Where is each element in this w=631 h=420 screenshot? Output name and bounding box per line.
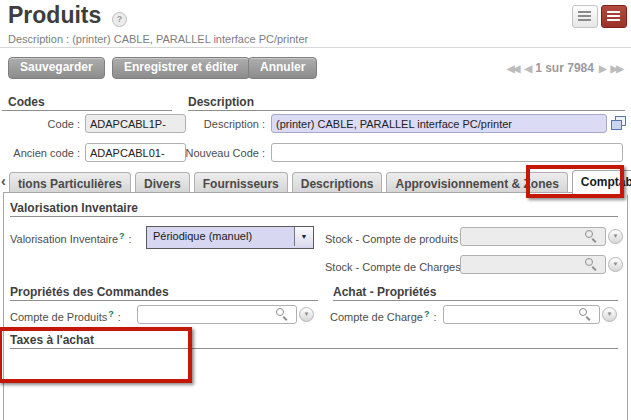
save-button[interactable]: Sauvegarder — [8, 57, 105, 79]
section-divider — [2, 110, 172, 111]
section-divider — [10, 216, 618, 217]
section-divider — [10, 300, 318, 301]
new-code-label: Nouveau Code : — [178, 147, 265, 159]
new-code-field[interactable] — [271, 143, 623, 162]
form-icon — [607, 11, 620, 21]
section-title-codes: Codes — [8, 95, 45, 109]
expense-account-field[interactable] — [443, 305, 600, 324]
product-form-window: Produits ? Description : (printer) CABLE… — [0, 0, 631, 420]
stock-income-label: Stock - Compte de produits? : — [325, 231, 455, 245]
valuation-label: Valorisation Inventaire? : — [10, 231, 142, 245]
old-code-label: Ancien code : — [8, 147, 80, 159]
search-icon[interactable] — [579, 308, 590, 319]
section-divider — [333, 300, 618, 301]
income-account-field[interactable] — [137, 305, 297, 324]
section-divider — [10, 348, 618, 349]
help-marker-icon: ? — [108, 309, 114, 319]
section-title-proprietes-commandes: Propriétés des Commandes — [10, 285, 169, 299]
section-title-taxes-achat: Taxes à l'achat — [10, 333, 94, 347]
label-colon: : — [434, 311, 437, 323]
help-marker-icon: ? — [424, 309, 430, 319]
pager-first-icon[interactable]: ◀◀ — [507, 63, 518, 74]
code-field[interactable] — [85, 114, 186, 133]
section-title-valorisation: Valorisation Inventaire — [10, 201, 138, 215]
header-divider — [0, 47, 631, 48]
dropdown-circle-icon[interactable]: ▼ — [608, 257, 623, 272]
expense-account-label: Compte de Charge? : — [330, 309, 436, 323]
description-field[interactable] — [271, 114, 607, 133]
dropdown-circle-icon[interactable]: ▼ — [299, 307, 314, 322]
dropdown-circle-icon[interactable]: ▼ — [608, 229, 623, 244]
record-pager: ◀◀◀1 sur 7984▶▶▶ — [504, 61, 625, 75]
translate-icon[interactable] — [611, 116, 627, 131]
valuation-select-value: Périodique (manuel) — [153, 230, 252, 242]
pager-next-icon[interactable]: ▶ — [599, 63, 605, 74]
label-colon: : — [118, 311, 121, 323]
stock-expense-label-text: Stock - Compte de Charges — [325, 261, 461, 273]
pager-label: 1 sur 7984 — [535, 61, 594, 75]
income-account-label-text: Compte de Produits — [10, 311, 107, 323]
save-and-edit-button[interactable]: Enregistrer et éditer — [112, 57, 250, 79]
pager-prev-icon[interactable]: ◀ — [524, 63, 530, 74]
income-account-label: Compte de Produits? : — [10, 309, 132, 323]
section-divider — [188, 110, 625, 111]
valuation-label-text: Valorisation Inventaire — [10, 233, 118, 245]
code-label: Code : — [8, 118, 80, 130]
tabs-scroll-left-icon[interactable]: ‹ — [1, 172, 6, 189]
view-switcher — [572, 5, 627, 28]
label-colon: : — [129, 233, 132, 245]
valuation-select[interactable]: Périodique (manuel) ▼ — [146, 226, 314, 249]
section-title-achat-proprietes: Achat - Propriétés — [333, 285, 436, 299]
stock-income-label-text: Stock - Compte de produits — [325, 233, 458, 245]
search-icon[interactable] — [585, 258, 596, 269]
cancel-button[interactable]: Annuler — [248, 57, 317, 79]
tab-comptabilite[interactable]: Comptabilité — [572, 170, 631, 195]
old-code-field[interactable] — [85, 143, 186, 162]
description-label: Description : — [178, 118, 265, 130]
page-title: Produits — [8, 2, 101, 29]
form-view-button[interactable] — [601, 5, 627, 28]
stock-expense-label: Stock - Compte de Charges? : — [325, 259, 455, 273]
list-view-button[interactable] — [572, 5, 598, 28]
expense-account-label-text: Compte de Charge — [330, 311, 423, 323]
section-title-description: Description — [188, 95, 254, 109]
pager-last-icon[interactable]: ▶▶ — [611, 63, 622, 74]
dropdown-circle-icon[interactable]: ▼ — [602, 307, 617, 322]
search-icon[interactable] — [276, 308, 287, 319]
help-marker-icon: ? — [119, 231, 125, 241]
list-icon — [578, 11, 591, 21]
search-icon[interactable] — [585, 230, 596, 241]
chevron-down-icon[interactable]: ▼ — [294, 227, 313, 246]
title-help-icon: ? — [112, 12, 127, 27]
breadcrumb-description: Description : (printer) CABLE, PARALLEL … — [8, 33, 308, 45]
